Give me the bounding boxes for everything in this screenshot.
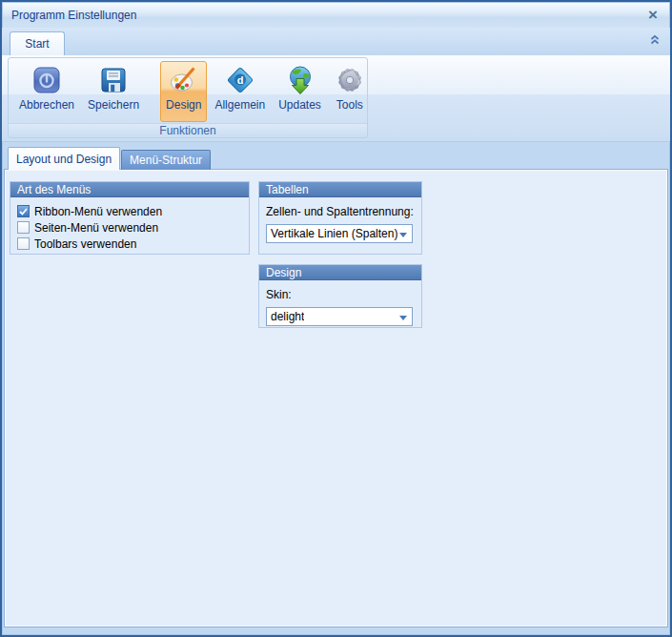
checkbox-label: Toolbars verwenden [34,237,136,251]
speichern-button[interactable]: Speichern [82,61,145,122]
settings-window: Programm Einstellungen × Start [0,0,672,637]
gear-icon [335,65,365,95]
dropdown-value: Vertikale Linien (Spalten) [271,227,397,240]
page-tabs: Layout und Design Menü-Struktur [8,147,212,170]
checkbox-label: Ribbon-Menü verwenden [34,205,162,218]
button-label: Abbrechen [19,98,74,112]
collapse-ribbon-icon[interactable] [649,32,661,50]
title-bar: Programm Einstellungen × [3,3,669,28]
design-button[interactable]: Design [160,61,207,122]
field-label: Skin: [266,288,421,301]
checkbox-seiten-menu[interactable]: Seiten-Menü verwenden [17,219,249,236]
palette-icon [169,65,199,95]
chevron-down-icon [399,233,407,241]
tab-layout-und-design[interactable]: Layout und Design [8,147,120,170]
ribbon-group-funktionen: Abbrechen [8,57,368,138]
panel-design: Design Skin: delight [258,264,422,328]
panel-header: Design [259,265,421,280]
ribbon-tab-start[interactable]: Start [10,31,65,55]
chevron-down-icon [399,316,407,324]
button-label: Tools [336,98,363,112]
ribbon-tab-row: Start [2,28,670,55]
button-label: Design [166,98,201,112]
checkbox [17,237,30,250]
power-icon [31,65,62,95]
checkbox [17,205,30,217]
ribbon-buttons: Abbrechen [9,58,367,123]
updates-button[interactable]: Updates [273,61,327,122]
save-icon [98,65,129,95]
panel-header: Art des Menüs [10,182,249,197]
panel-art-des-menus: Art des Menüs Ribbon-Menü verwenden Seit… [10,181,250,255]
allgemein-button[interactable]: d Allgemein [209,61,271,122]
ribbon-group-label: Funktionen [9,123,367,137]
panel-tabellen: Tabellen Zellen- und Spaltentrennung: Ve… [258,181,422,255]
tab-page: Art des Menüs Ribbon-Menü verwenden Seit… [4,169,668,627]
checkbox [17,221,30,234]
panel-body: Ribbon-Menü verwenden Seiten-Menü verwen… [10,197,249,252]
checkbox-ribbon-menu[interactable]: Ribbon-Menü verwenden [17,203,249,219]
ribbon: Abbrechen [2,55,670,142]
tab-menu-struktur[interactable]: Menü-Struktur [121,150,211,170]
globe-download-icon [285,65,316,95]
window-title: Programm Einstellungen [3,9,136,22]
panel-header: Tabellen [259,182,421,197]
abbrechen-button[interactable]: Abbrechen [13,61,80,122]
panel-body: Zellen- und Spaltentrennung: Vertikale L… [259,205,421,243]
field-label: Zellen- und Spaltentrennung: [266,205,421,218]
spaltentrennung-dropdown[interactable]: Vertikale Linien (Spalten) [266,224,413,243]
button-label: Allgemein [214,98,265,112]
diamond-d-icon: d [225,65,255,95]
checkbox-label: Seiten-Menü verwenden [34,221,158,235]
checkbox-toolbars[interactable]: Toolbars verwenden [17,236,249,252]
svg-text:d: d [236,74,243,86]
panel-body: Skin: delight [259,288,421,326]
close-icon[interactable]: × [648,8,658,23]
button-label: Updates [278,98,321,112]
tools-button[interactable]: Tools [329,61,371,122]
dropdown-value: delight [271,310,304,323]
button-label: Speichern [88,98,139,112]
skin-dropdown[interactable]: delight [266,307,413,326]
